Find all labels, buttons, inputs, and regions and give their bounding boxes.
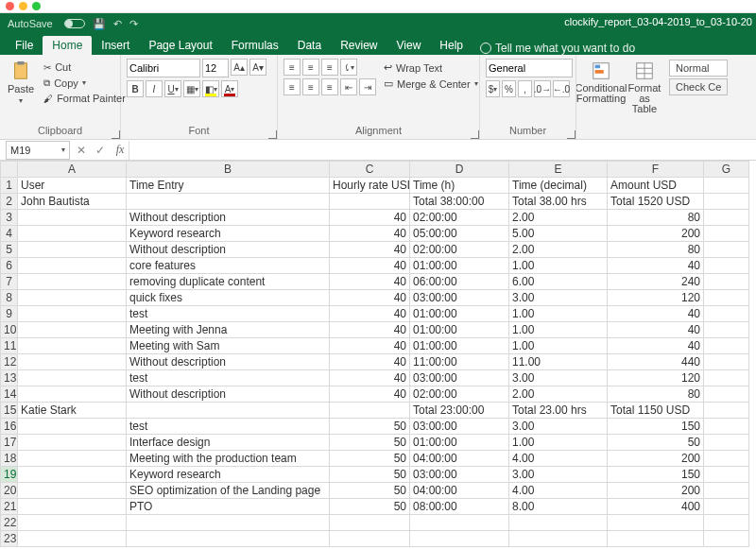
font-size-select[interactable] — [202, 59, 229, 77]
cell-F17[interactable]: 50 — [608, 435, 704, 451]
tab-home[interactable]: Home — [43, 36, 92, 55]
cell-D6[interactable]: 01:00:00 — [410, 258, 509, 274]
tab-file[interactable]: File — [6, 36, 43, 55]
row-header-6[interactable]: 6 — [1, 258, 18, 274]
tab-review[interactable]: Review — [331, 36, 387, 55]
cell-D17[interactable]: 01:00:00 — [410, 435, 509, 451]
cell-F13[interactable]: 120 — [608, 370, 704, 386]
cell-B20[interactable]: SEO optimization of the Landing page — [127, 483, 330, 499]
cell-G5[interactable] — [704, 242, 749, 258]
tab-formulas[interactable]: Formulas — [222, 36, 288, 55]
cell-A5[interactable] — [18, 242, 127, 258]
cell-G3[interactable] — [704, 210, 749, 226]
cell-G4[interactable] — [704, 226, 749, 242]
tell-me[interactable]: Tell me what you want to do — [472, 42, 643, 55]
cell-D12[interactable]: 11:00:00 — [410, 354, 509, 370]
fx-button[interactable]: fx — [110, 141, 129, 160]
cell-G10[interactable] — [704, 322, 749, 338]
align-center-button[interactable]: ≡ — [302, 78, 319, 95]
select-all-button[interactable] — [1, 162, 18, 178]
cell-F3[interactable]: 80 — [608, 210, 704, 226]
cell-B16[interactable]: test — [127, 419, 330, 435]
cell-F14[interactable]: 80 — [608, 386, 704, 403]
cell-B21[interactable]: PTO — [127, 499, 330, 515]
cell-G15[interactable] — [704, 403, 749, 419]
col-header-B[interactable]: B — [127, 162, 330, 178]
cell-A17[interactable] — [18, 435, 127, 451]
copy-button[interactable]: Copy▾ — [42, 76, 128, 90]
cell-A18[interactable] — [18, 451, 127, 467]
cut-button[interactable]: Cut — [42, 60, 128, 74]
name-box[interactable]: M19▾ — [6, 141, 70, 160]
cell-D13[interactable]: 03:00:00 — [410, 370, 509, 386]
cell-B4[interactable]: Keyword research — [127, 226, 330, 242]
cell-C9[interactable]: 40 — [330, 306, 410, 322]
align-left-button[interactable]: ≡ — [284, 78, 301, 95]
minimize-icon[interactable] — [19, 2, 27, 10]
cell-E17[interactable]: 1.00 — [509, 435, 608, 451]
tab-insert[interactable]: Insert — [92, 36, 139, 55]
cell-E7[interactable]: 6.00 — [509, 274, 608, 290]
cell-A23[interactable] — [18, 531, 127, 547]
row-header-23[interactable]: 23 — [1, 531, 18, 547]
cell-F7[interactable]: 240 — [608, 274, 704, 290]
cell-F15[interactable]: Total 1150 USD — [608, 403, 704, 419]
cell-C11[interactable]: 40 — [330, 338, 410, 354]
cell-A19[interactable] — [18, 467, 127, 483]
cell-F21[interactable]: 400 — [608, 499, 704, 515]
conditional-formatting-button[interactable]: Conditional Formatting — [582, 59, 620, 106]
cell-B8[interactable]: quick fixes — [127, 290, 330, 306]
format-as-table-button[interactable]: Format as Table — [626, 59, 663, 116]
cell-B5[interactable]: Without description — [127, 242, 330, 258]
cell-C4[interactable]: 40 — [330, 226, 410, 242]
cell-G8[interactable] — [704, 290, 749, 306]
wrap-text-button[interactable]: ↩Wrap Text — [382, 60, 480, 75]
cell-G18[interactable] — [704, 451, 749, 467]
cell-A11[interactable] — [18, 338, 127, 354]
cell-G19[interactable] — [704, 467, 749, 483]
cell-G17[interactable] — [704, 435, 749, 451]
cell-D5[interactable]: 02:00:00 — [410, 242, 509, 258]
cell-G16[interactable] — [704, 419, 749, 435]
row-header-10[interactable]: 10 — [1, 322, 18, 338]
cell-A16[interactable] — [18, 419, 127, 435]
italic-button[interactable]: I — [146, 80, 163, 97]
cell-F5[interactable]: 80 — [608, 242, 704, 258]
comma-button[interactable]: , — [518, 80, 532, 97]
cell-style-normal[interactable]: Normal — [669, 60, 728, 77]
tab-page-layout[interactable]: Page Layout — [139, 36, 221, 55]
cell-D11[interactable]: 01:00:00 — [410, 338, 509, 354]
cell-B7[interactable]: removing duplicate content — [127, 274, 330, 290]
cell-G12[interactable] — [704, 354, 749, 370]
cell-F9[interactable]: 40 — [608, 306, 704, 322]
col-header-E[interactable]: E — [509, 162, 608, 178]
cell-E2[interactable]: Total 38.00 hrs — [509, 194, 608, 210]
row-header-18[interactable]: 18 — [1, 451, 18, 467]
cell-C3[interactable]: 40 — [330, 210, 410, 226]
qat-redo-icon[interactable]: ↷ — [129, 18, 138, 30]
row-header-7[interactable]: 7 — [1, 274, 18, 290]
cell-B13[interactable]: test — [127, 370, 330, 386]
cell-D4[interactable]: 05:00:00 — [410, 226, 509, 242]
cell-B14[interactable]: Without description — [127, 386, 330, 403]
cell-E3[interactable]: 2.00 — [509, 210, 608, 226]
cell-A8[interactable] — [18, 290, 127, 306]
cell-B12[interactable]: Without description — [127, 354, 330, 370]
cell-E14[interactable]: 2.00 — [509, 386, 608, 403]
cell-C21[interactable]: 50 — [330, 499, 410, 515]
cell-B23[interactable] — [127, 531, 330, 547]
cell-C15[interactable] — [330, 403, 410, 419]
cell-B2[interactable] — [127, 194, 330, 210]
cell-A10[interactable] — [18, 322, 127, 338]
cell-C23[interactable] — [330, 531, 410, 547]
cell-A22[interactable] — [18, 515, 127, 531]
cell-E23[interactable] — [509, 531, 608, 547]
cell-F20[interactable]: 200 — [608, 483, 704, 499]
enter-formula-button[interactable]: ✓ — [91, 141, 110, 160]
cell-C16[interactable]: 50 — [330, 419, 410, 435]
cell-E21[interactable]: 8.00 — [509, 499, 608, 515]
cell-G7[interactable] — [704, 274, 749, 290]
cell-A7[interactable] — [18, 274, 127, 290]
cell-D19[interactable]: 03:00:00 — [410, 467, 509, 483]
row-header-2[interactable]: 2 — [1, 194, 18, 210]
